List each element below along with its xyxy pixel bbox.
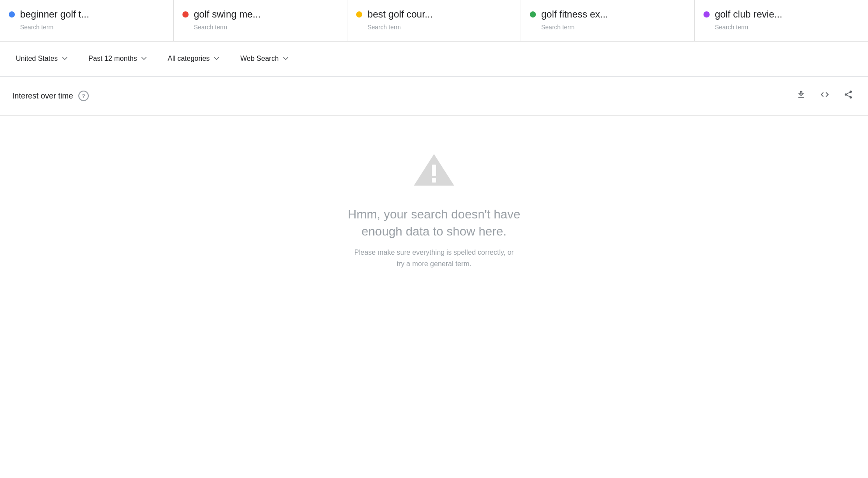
chevron-down-icon-category (214, 56, 219, 61)
chevron-down-icon-searchType (283, 56, 288, 61)
filters-row: United StatesPast 12 monthsAll categorie… (0, 42, 868, 77)
empty-state-title: Hmm, your search doesn't haveenough data… (348, 206, 520, 240)
section-title: Interest over time (12, 91, 73, 101)
search-term-card-2[interactable]: golf swing me...Search term (174, 0, 347, 41)
term-label-5: Search term (715, 24, 859, 31)
term-name-2: golf swing me... (194, 9, 261, 20)
section-title-group: Interest over time ? (12, 91, 89, 101)
help-icon[interactable]: ? (78, 91, 89, 101)
search-term-card-4[interactable]: golf fitness ex...Search term (521, 0, 695, 41)
term-label-4: Search term (541, 24, 686, 31)
term-name-1: beginner golf t... (20, 9, 89, 20)
filter-btn-period[interactable]: Past 12 months (81, 50, 157, 67)
search-term-card-5[interactable]: golf club revie...Search term (695, 0, 868, 41)
section-actions (794, 87, 856, 105)
term-label-3: Search term (368, 24, 512, 31)
filter-btn-region[interactable]: United States (9, 50, 78, 67)
term-label-2: Search term (194, 24, 338, 31)
term-dot-2 (182, 11, 189, 18)
empty-state-subtitle: Please make sure everything is spelled c… (354, 247, 514, 269)
filter-label-region: United States (16, 55, 58, 63)
chevron-down-icon-period (141, 56, 147, 61)
term-name-3: best golf cour... (368, 9, 433, 20)
embed-icon[interactable] (817, 87, 832, 105)
filter-label-searchType: Web Search (240, 55, 279, 63)
svg-rect-1 (432, 165, 436, 176)
download-icon[interactable] (794, 87, 808, 105)
term-label-1: Search term (20, 24, 164, 31)
warning-icon (412, 151, 456, 188)
filter-btn-searchType[interactable]: Web Search (233, 50, 299, 67)
term-dot-1 (9, 11, 15, 18)
term-dot-4 (530, 11, 536, 18)
filter-label-period: Past 12 months (88, 55, 137, 63)
search-terms-row: beginner golf t...Search termgolf swing … (0, 0, 868, 42)
search-term-card-1[interactable]: beginner golf t...Search term (0, 0, 174, 41)
filter-btn-category[interactable]: All categories (161, 50, 230, 67)
svg-rect-2 (432, 178, 436, 183)
interest-over-time-section: Interest over time ? (0, 77, 868, 116)
term-name-4: golf fitness ex... (541, 9, 608, 20)
term-name-5: golf club revie... (715, 9, 782, 20)
empty-state: Hmm, your search doesn't haveenough data… (0, 116, 868, 322)
share-icon[interactable] (841, 87, 856, 105)
search-term-card-3[interactable]: best golf cour...Search term (347, 0, 521, 41)
term-dot-3 (356, 11, 362, 18)
chevron-down-icon-region (62, 56, 67, 61)
filter-label-category: All categories (168, 55, 210, 63)
term-dot-5 (704, 11, 710, 18)
